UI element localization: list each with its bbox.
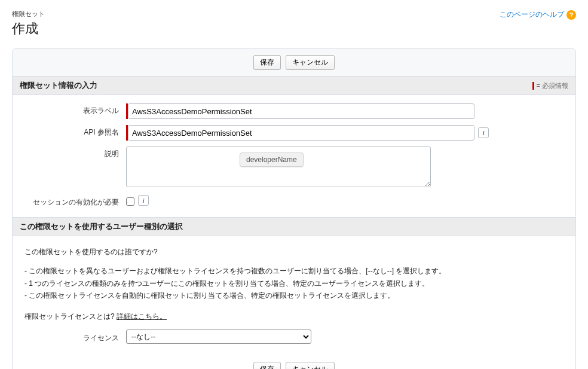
who-uses-question: この権限セットを使用するのは誰ですか?	[24, 246, 564, 258]
section-permission-info-title: 権限セット情報の入力	[20, 80, 97, 91]
api-name-input[interactable]	[128, 125, 474, 141]
bottom-button-row: 保存 キャンセル	[13, 355, 575, 369]
save-button[interactable]: 保存	[253, 55, 281, 70]
license-question: 権限セットライセンスとは?	[24, 312, 117, 321]
section-user-type: この権限セットを使用するユーザー種別の選択	[13, 217, 575, 236]
required-info-note: = 必須情報	[532, 81, 568, 90]
required-marker-icon	[532, 82, 534, 90]
api-name-info-button[interactable]: i	[478, 127, 489, 138]
cancel-button[interactable]: キャンセル	[286, 55, 335, 70]
page-help-label: このページのヘルプ	[500, 10, 564, 20]
session-activation-info-button[interactable]: i	[138, 195, 149, 206]
info-bullet-1: - この権限セットを異なるユーザーおよび権限セットライセンスを持つ複数のユーザー…	[24, 265, 564, 277]
page-title: 作成	[12, 20, 45, 38]
info-bullet-2: - 1 つのライセンスの種類のみを持つユーザーにこの権限セットを割り当てる場合、…	[24, 277, 564, 289]
required-info-text: = 必須情報	[537, 81, 568, 90]
description-label: 説明	[24, 147, 126, 159]
info-bullet-3: - この権限セットライセンスを自動的に権限セットに割り当てる場合、特定の権限セッ…	[24, 289, 564, 301]
session-activation-label: セッションの有効化が必要	[24, 195, 126, 208]
cancel-button-bottom[interactable]: キャンセル	[286, 362, 335, 369]
section-permission-info: 権限セット情報の入力 = 必須情報	[13, 76, 575, 95]
display-label-input[interactable]	[128, 103, 474, 119]
description-textarea[interactable]	[126, 147, 431, 187]
api-name-label: API 参照名	[24, 125, 126, 138]
license-label: ライセンス	[24, 330, 126, 344]
page-help-link[interactable]: このページのヘルプ ?	[500, 10, 576, 20]
top-button-row: 保存 キャンセル	[13, 49, 575, 76]
page-subtitle: 権限セット	[12, 10, 45, 19]
section-user-type-title: この権限セットを使用するユーザー種別の選択	[20, 221, 183, 232]
details-link[interactable]: 詳細はこちら。	[117, 312, 167, 321]
display-label-label: 表示ラベル	[24, 103, 126, 116]
session-activation-checkbox[interactable]	[126, 197, 134, 206]
license-select[interactable]: --なし--	[126, 330, 311, 344]
main-panel: 保存 キャンセル 権限セット情報の入力 = 必須情報 表示ラベル API 参照名	[12, 48, 576, 369]
save-button-bottom[interactable]: 保存	[253, 362, 281, 369]
help-icon: ?	[566, 10, 576, 20]
